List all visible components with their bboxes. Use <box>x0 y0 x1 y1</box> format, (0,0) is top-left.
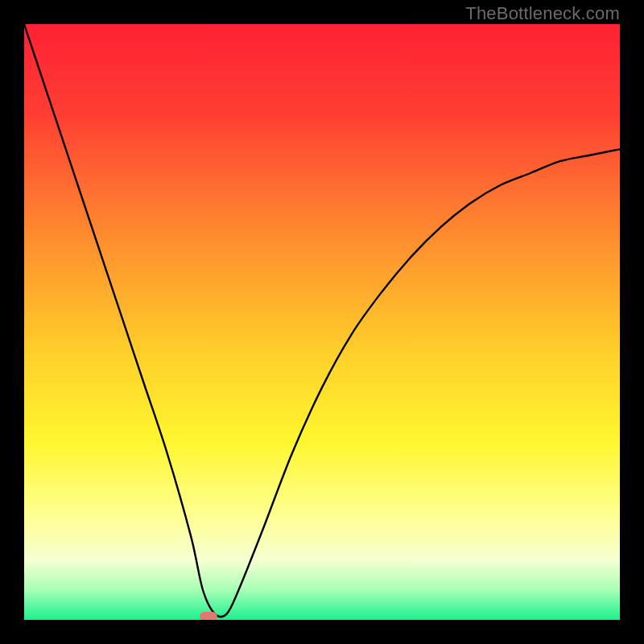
bottleneck-curve <box>24 24 620 620</box>
plot-area <box>24 24 620 620</box>
watermark-text: TheBottleneck.com <box>465 3 620 24</box>
minimum-marker <box>200 612 217 620</box>
